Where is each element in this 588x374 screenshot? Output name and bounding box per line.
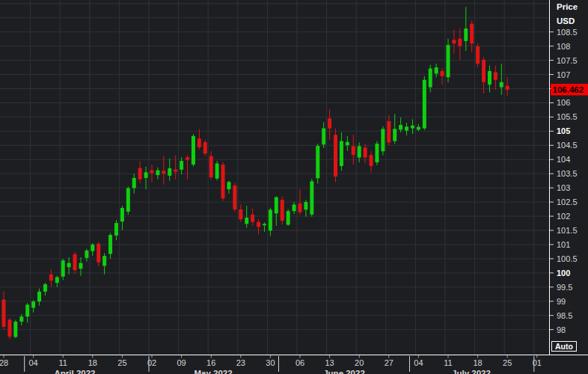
candle-body [393,129,396,141]
candle-body [435,67,438,73]
candle [310,179,313,217]
candle-body [322,129,325,145]
day-tick-label: 23 [236,358,245,367]
candle [126,186,130,215]
price-axis-title: Price [557,2,578,11]
day-tick-label: 13 [325,358,334,367]
candle [334,129,337,183]
candle-body [126,188,130,212]
candle [281,197,284,225]
day-tick-label: 11 [58,358,67,367]
candle-body [221,165,225,198]
day-tick-label: 30 [266,358,275,367]
candle-body [2,299,6,326]
candle-body [73,254,77,270]
candle-body [144,172,148,178]
candle-body [138,168,142,180]
month-label: May 2022 [194,369,232,374]
candle [375,141,379,165]
day-tick-label: 09 [177,358,186,367]
candle-body [245,218,248,224]
last-price-badge: 106.462 [551,84,588,96]
candle-body [102,256,106,266]
candle-body [370,155,373,166]
candle-body [120,208,124,221]
day-tick-label: 06 [295,358,304,367]
candle-body [156,171,159,175]
candle-body [251,215,254,222]
candle-body [458,39,462,46]
price-tick-label: 108.5 [557,28,578,37]
candle-body [346,142,349,146]
candle-body [79,263,82,269]
candle-body [470,24,474,44]
candle-body [61,260,65,277]
price-tick-label: 107.5 [557,56,578,65]
candle-body [399,125,402,129]
candle-body [310,181,313,214]
candle-body [423,80,426,129]
candle-body [269,209,272,230]
candle-body [108,235,112,254]
price-tick-label: 98 [557,325,566,334]
candle [221,162,225,201]
month-label: April 2022 [55,369,96,374]
candle-body [287,211,290,224]
candle-body [494,73,497,80]
auto-scale-button-label: Auto [555,342,573,351]
candlestick-chart[interactable]: 9898.59999.5100100.5101101.5102102.51031… [0,0,588,374]
day-tick-label: 16 [206,358,215,367]
candle-body [49,275,53,280]
candle-body [97,244,100,263]
candle-body [43,284,47,292]
candle-body [334,135,337,177]
candle-body [275,197,278,214]
candle-body [91,245,94,251]
candle-body [447,45,450,77]
day-tick-label: 28 [0,358,8,367]
candle [7,318,11,339]
auto-scale-button[interactable]: Auto [552,342,577,352]
trading-chart-window: 9898.59999.5100100.5101101.5102102.51031… [0,0,588,374]
candle-body [441,71,444,76]
candle-body [37,292,41,301]
candle [316,144,319,183]
price-tick-label: 106 [557,98,570,107]
candle-body [257,222,260,227]
candle [192,134,195,167]
candle-body [405,126,408,130]
candle-body [13,322,17,337]
candle-body [387,121,391,142]
price-tick-label: 105 [557,126,570,135]
day-tick-label: 04 [414,358,423,367]
price-tick-label: 104.5 [557,141,578,150]
price-tick-label: 103 [557,183,570,192]
price-tick-label: 99 [557,297,566,306]
month-label: July 2022 [452,369,491,374]
price-tick-label: 108 [557,42,570,51]
month-label: June 2022 [323,369,365,374]
candle-body [186,157,189,159]
candle-body [293,205,296,212]
day-tick-label: 25 [503,358,512,367]
candle-body [482,60,486,82]
candle-body [364,147,367,157]
candle-body [85,251,88,258]
candle-body [209,156,213,177]
day-tick-label: 27 [385,358,393,367]
candle-body [316,146,319,178]
price-tick-label: 102.5 [557,197,578,206]
candle-body [452,40,456,43]
candle [447,39,450,82]
day-tick-label: 20 [355,358,364,367]
candle-body [192,136,195,165]
day-tick-label: 25 [117,358,126,367]
candle-body [429,69,432,88]
candle-body [500,82,503,88]
candle-body [488,71,491,85]
candle-body [464,28,468,41]
price-tick-label: 100 [557,269,570,278]
price-tick-label: 105.5 [557,112,578,121]
candle [423,76,426,130]
price-tick-label: 107 [557,70,570,79]
